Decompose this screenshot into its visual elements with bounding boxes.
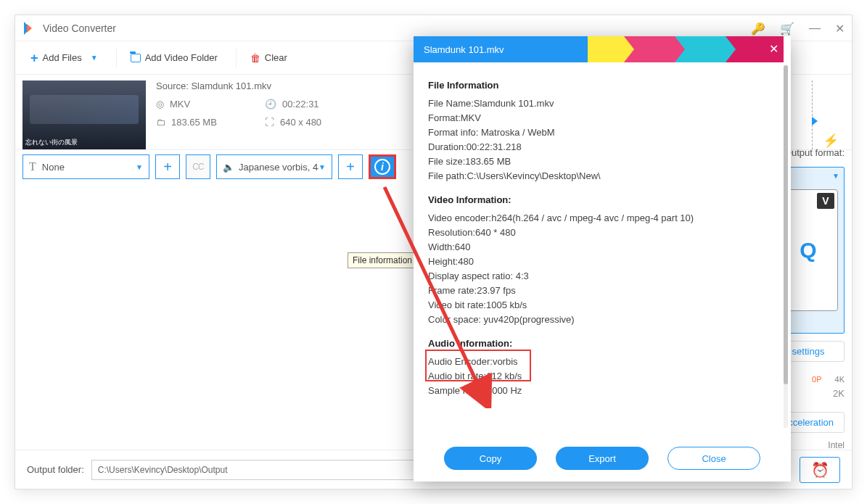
letter-v-badge: V	[817, 193, 834, 209]
dialog-scrollbar[interactable]	[784, 65, 788, 428]
section-video-info: Video Information:	[428, 194, 776, 205]
chevron-down-icon: ▼	[319, 163, 326, 171]
dialog-title: Slamdunk 101.mkv	[424, 44, 504, 55]
subtitle-select[interactable]: T None ▼	[22, 154, 149, 179]
info-icon: i	[374, 159, 390, 175]
info-frame-rate: Frame rate:23.97 fps	[428, 285, 776, 296]
minimize-button[interactable]: —	[809, 22, 821, 35]
close-window-button[interactable]: ✕	[835, 22, 845, 36]
subtitle-value: None	[42, 162, 65, 173]
info-video-encoder: Video encoder:h264(h.264 / avc / mpeg-4 …	[428, 212, 776, 223]
plus-icon: +	[30, 51, 38, 65]
close-button[interactable]: Close	[667, 447, 760, 470]
add-folder-label: Add Video Folder	[145, 52, 218, 63]
separator	[236, 49, 237, 67]
cc-button[interactable]: CC	[186, 154, 210, 179]
dialog-close-button[interactable]: ✕	[769, 42, 784, 57]
arrow-right-icon	[812, 117, 818, 125]
splitter	[812, 80, 813, 149]
output-folder-label: Output folder:	[27, 464, 84, 475]
add-folder-button[interactable]: Add Video Folder	[120, 47, 229, 68]
info-sample-rate: Sample rate:48000 Hz	[428, 385, 776, 396]
app-logo-icon	[24, 22, 37, 35]
info-format-info: Format info: Matroska / WebM	[428, 127, 776, 138]
video-thumbnail[interactable]: 忘れない街の風景	[22, 80, 146, 149]
info-color-space: Color space: yuv420p(progressive)	[428, 314, 776, 325]
export-button[interactable]: Export	[556, 447, 649, 470]
text-icon: T	[29, 160, 36, 173]
info-video-width: Width:640	[428, 241, 776, 252]
info-file-path: File path:C:\Users\Kevincy\Desktop\New\	[428, 170, 776, 181]
info-duration: Duration:00:22:31.218	[428, 141, 776, 152]
speaker-icon: 🔈	[223, 162, 234, 173]
info-video-height: Height:480	[428, 256, 776, 267]
dialog-footer: Copy Export Close	[414, 438, 791, 479]
activate-key-icon[interactable]: 🔑	[751, 22, 765, 36]
schedule-button[interactable]: ⏰	[800, 457, 840, 483]
section-file-info: File Information	[428, 80, 776, 91]
add-files-label: Add Files	[43, 52, 82, 63]
format-value: MKV	[170, 99, 190, 110]
folder-size-icon: 🗀	[156, 117, 165, 128]
aspect-icon: ⛶	[265, 117, 274, 128]
tooltip: File information	[348, 252, 417, 268]
chevron-down-icon: ▼	[832, 172, 839, 180]
folder-icon	[131, 54, 141, 62]
resolution-value: 640 x 480	[280, 117, 321, 128]
trash-icon: 🗑	[250, 52, 260, 64]
add-files-button[interactable]: + Add Files ▼	[20, 46, 109, 70]
separator	[116, 49, 117, 67]
chevron-down-icon: ▼	[136, 163, 143, 171]
header-decoration	[624, 36, 682, 62]
info-audio-encoder: Audio Encoder:vorbis	[428, 356, 776, 367]
info-video-resolution: Resolution:640 * 480	[428, 227, 776, 238]
info-file-name: File Name:Slamdunk 101.mkv	[428, 98, 776, 109]
file-info-button[interactable]: i	[369, 154, 396, 179]
res-4k-chip[interactable]: 4K	[835, 375, 845, 384]
file-info-dialog: Slamdunk 101.mkv ✕ File Information File…	[414, 36, 791, 482]
audio-value: Japanese vorbis, 480	[239, 162, 319, 173]
disc-icon: ◎	[156, 99, 164, 110]
cart-icon[interactable]: 🛒	[780, 22, 794, 36]
clock-icon: 🕘	[265, 99, 276, 110]
info-format: Format:MKV	[428, 112, 776, 123]
add-subtitle-button[interactable]: +	[155, 154, 180, 179]
clear-button[interactable]: 🗑 Clear	[239, 47, 298, 69]
thumbnail-caption: 忘れない街の風景	[25, 138, 78, 147]
size-value: 183.65 MB	[171, 117, 217, 128]
duration-value: 00:22:31	[282, 99, 319, 110]
app-title: Video Converter	[43, 22, 116, 34]
dialog-body: File Information File Name:Slamdunk 101.…	[414, 62, 791, 438]
res-0p-chip[interactable]: 0P	[812, 375, 821, 384]
info-aspect-ratio: Display aspect ratio: 4:3	[428, 270, 776, 281]
bolt-icon[interactable]: ⚡	[823, 133, 839, 149]
header-decoration	[675, 36, 733, 62]
clear-label: Clear	[265, 52, 287, 63]
copy-button[interactable]: Copy	[444, 447, 537, 470]
info-video-bitrate: Video bit rate:1005 kb/s	[428, 299, 776, 310]
section-audio-info: Audio Information:	[428, 338, 776, 349]
info-file-size: File size:183.65 MB	[428, 156, 776, 167]
add-audio-button[interactable]: +	[338, 154, 363, 179]
audio-track-select[interactable]: 🔈 Japanese vorbis, 480 ▼	[216, 154, 332, 179]
dialog-header: Slamdunk 101.mkv ✕	[414, 36, 791, 62]
chevron-down-icon[interactable]: ▼	[91, 54, 98, 62]
info-audio-bitrate: Audio bit rate:112 kb/s	[428, 371, 776, 381]
